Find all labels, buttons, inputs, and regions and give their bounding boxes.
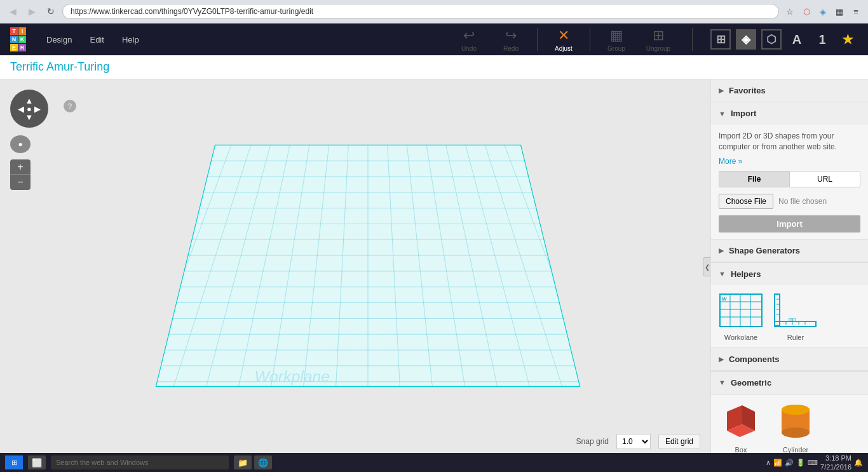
import-button[interactable]: Import xyxy=(719,215,860,233)
start-button[interactable]: ⊞ xyxy=(5,455,23,469)
toolbar-divider-2 xyxy=(590,28,590,51)
ruler-item[interactable]: mm Ruler xyxy=(773,292,818,341)
import-more-link[interactable]: More » xyxy=(719,157,742,166)
menu-edit[interactable]: Edit xyxy=(82,31,111,48)
tray-keyboard-icon[interactable]: ⌨ xyxy=(808,459,818,467)
help-button[interactable]: ? xyxy=(64,100,76,112)
view-3d-icon[interactable]: ◈ xyxy=(736,29,756,50)
header-right-icons: ⊞ ◈ ⬡ A 1 ★ xyxy=(710,29,858,50)
zoom-out-button[interactable]: − xyxy=(10,175,31,190)
snap-grid-label: Snap grid xyxy=(576,437,609,446)
view-grid-icon[interactable]: ⊞ xyxy=(710,29,731,50)
workplane-label: Workplane xyxy=(255,368,330,385)
browser-nav: ◀ ▶ ↻ ☆ ⬡ ◈ ▦ ≡ xyxy=(0,0,868,23)
import-header[interactable]: ▼ Import xyxy=(711,102,868,125)
taskbar: ⊞ ⬜ 📁 🌐 ∧ 📶 🔊 🔋 ⌨ 3:18 PM 7/21/2016 🔔 xyxy=(0,453,868,472)
geometric-title: Geometric xyxy=(731,378,771,388)
undo-icon: ↩ xyxy=(463,27,475,44)
logo-cell-e: E xyxy=(10,44,18,51)
svg-rect-43 xyxy=(775,321,816,327)
pan-control[interactable]: ▲◀ ● ▶▼ xyxy=(10,90,48,128)
choose-file-row: Choose File No file chosen xyxy=(719,194,860,209)
refresh-button[interactable]: ↻ xyxy=(43,4,58,19)
back-button[interactable]: ◀ xyxy=(5,4,20,19)
tray-notification-icon[interactable]: 🔔 xyxy=(854,459,863,467)
taskbar-clock[interactable]: 3:18 PM 7/21/2016 xyxy=(820,454,851,472)
tray-icon-1[interactable]: ∧ xyxy=(766,459,771,467)
ext-icon-2[interactable]: ◈ xyxy=(816,4,830,18)
geometric-header[interactable]: ▼ Geometric xyxy=(711,372,868,394)
cylinder-shape-icon xyxy=(773,401,818,442)
adjust-label: Adjust xyxy=(555,45,573,52)
redo-label: Redo xyxy=(503,45,519,52)
tray-battery-icon[interactable]: 🔋 xyxy=(796,459,805,467)
helpers-title: Helpers xyxy=(731,269,761,279)
import-arrow-icon: ▼ xyxy=(719,110,726,118)
zoom-in-button[interactable]: + xyxy=(10,159,31,175)
header-menu: Design Edit Help xyxy=(39,31,147,48)
clock-time: 3:18 PM xyxy=(820,454,851,462)
svg-point-59 xyxy=(782,405,810,415)
undo-button[interactable]: ↩ Undo xyxy=(453,27,485,52)
helpers-arrow-icon: ▼ xyxy=(719,270,726,278)
tinkercad-logo[interactable]: T I N K E R xyxy=(10,27,26,51)
components-arrow-icon: ▶ xyxy=(719,355,724,363)
logo-cell-t: T xyxy=(10,27,18,35)
components-title: Components xyxy=(729,354,779,364)
view-1-icon[interactable]: 1 xyxy=(812,29,832,50)
no-file-text: No file chosen xyxy=(778,197,827,206)
favorites-star-icon[interactable]: ★ xyxy=(837,29,858,50)
shape-generators-header[interactable]: ▶ Shape Generators xyxy=(711,239,868,262)
menu-design[interactable]: Design xyxy=(39,31,79,48)
menu-help[interactable]: Help xyxy=(114,31,147,48)
taskbar-item-1[interactable]: 📁 xyxy=(234,455,252,469)
tray-sound-icon[interactable]: 🔊 xyxy=(785,459,794,467)
group-button[interactable]: ▦ Group xyxy=(600,27,632,52)
svg-point-58 xyxy=(782,428,810,438)
view-a-icon[interactable]: A xyxy=(787,29,807,50)
url-tab-button[interactable]: URL xyxy=(789,171,860,187)
address-bar[interactable] xyxy=(62,4,779,19)
helpers-section: ▼ Helpers xyxy=(711,263,868,348)
ungroup-button[interactable]: ⊞ Ungroup xyxy=(642,27,674,52)
clock-date: 7/21/2016 xyxy=(820,462,851,471)
redo-button[interactable]: ↪ Redo xyxy=(495,27,527,52)
ruler-icon: mm xyxy=(773,292,818,330)
workolane-item[interactable]: W Workolane xyxy=(719,292,763,341)
components-header[interactable]: ▶ Components xyxy=(711,348,868,371)
shapes-grid: Box Cylinder xyxy=(711,394,868,454)
components-section: ▶ Components xyxy=(711,348,868,372)
bottom-bar: Snap grid 1.0 0.1 0.25 0.5 2.0 5.0 10.0 … xyxy=(576,434,700,449)
taskbar-item-2[interactable]: 🌐 xyxy=(254,455,272,469)
ext-icon-3[interactable]: ▦ xyxy=(832,4,846,18)
ext-icon-1[interactable]: ⬡ xyxy=(799,4,813,18)
tray-network-icon[interactable]: 📶 xyxy=(773,459,782,467)
cylinder-shape-item[interactable]: Cylinder xyxy=(773,401,818,454)
bookmark-icon[interactable]: ☆ xyxy=(783,4,797,18)
helpers-header[interactable]: ▼ Helpers xyxy=(711,263,868,285)
forward-button[interactable]: ▶ xyxy=(24,4,39,19)
favorites-header[interactable]: ▶ Favorites xyxy=(711,79,868,102)
panel-collapse-arrow[interactable]: ❮ xyxy=(703,257,710,276)
box-shape-item[interactable]: Box xyxy=(719,401,763,454)
svg-text:W: W xyxy=(722,296,727,302)
shape-generators-title: Shape Generators xyxy=(729,246,800,255)
group-label: Group xyxy=(607,45,625,52)
project-title[interactable]: Terrific Amur-Turing xyxy=(10,60,858,74)
adjust-button[interactable]: ✕ Adjust xyxy=(548,27,580,52)
toolbar-divider-3 xyxy=(692,28,693,51)
canvas-controls: ▲◀ ● ▶▼ ? ● + − xyxy=(10,90,48,190)
snap-grid-select[interactable]: 1.0 0.1 0.25 0.5 2.0 5.0 10.0 xyxy=(616,434,651,449)
choose-file-button[interactable]: Choose File xyxy=(719,194,773,209)
task-view-button[interactable]: ⬜ xyxy=(28,455,46,469)
zoom-reset-button[interactable]: ● xyxy=(10,135,31,153)
ruler-label: Ruler xyxy=(787,334,804,341)
view-sphere-icon[interactable]: ⬡ xyxy=(761,29,782,50)
favorites-arrow-icon: ▶ xyxy=(719,86,724,95)
menu-icon[interactable]: ≡ xyxy=(849,4,863,18)
workolane-label: Workolane xyxy=(724,334,757,341)
file-tab-button[interactable]: File xyxy=(719,171,789,187)
taskbar-search[interactable] xyxy=(51,455,229,469)
favorites-title: Favorites xyxy=(729,86,766,95)
edit-grid-button[interactable]: Edit grid xyxy=(658,434,700,449)
